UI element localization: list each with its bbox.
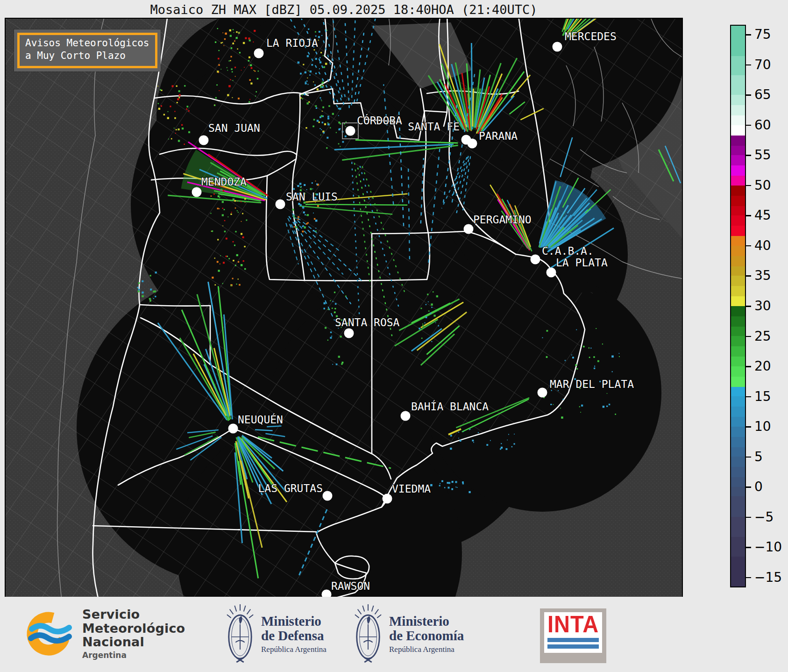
radar-echo-cell: [424, 322, 425, 323]
radar-echo-cell: [332, 364, 333, 365]
smn-radar-mosaic-figure: Mosaico ZH MAX [dBZ] 05.09.2025 18:40HOA…: [0, 0, 788, 672]
radar-echo-cell: [330, 331, 332, 333]
radar-echo-cell: [220, 189, 222, 191]
radar-echo-cell: [338, 115, 339, 116]
radar-echo-cell: [315, 58, 317, 60]
radar-echo-cell: [439, 485, 440, 486]
radar-echo-cell: [232, 43, 234, 44]
radar-echo-cell: [612, 371, 613, 372]
radar-echo-cell: [325, 327, 327, 329]
radar-echo-cell: [469, 491, 470, 493]
colorbar-segment: [731, 236, 745, 246]
colorbar-tick: [746, 486, 751, 488]
radar-echo-cell: [238, 279, 239, 279]
colorbar-segment: [731, 306, 745, 316]
radar-echo-cell: [210, 213, 211, 214]
radar-echo-cell: [561, 416, 563, 419]
radar-echo-cell: [229, 60, 230, 61]
radar-echo-cell: [307, 84, 308, 85]
alert-line-1: Avisos Meteorológicos: [25, 37, 149, 50]
radar-echo-cell: [293, 215, 295, 217]
radar-echo-cell: [345, 126, 346, 127]
defensa-line2: de Defensa: [261, 629, 327, 643]
radar-echo-cell: [331, 336, 332, 336]
radar-echo-cell: [236, 37, 238, 39]
radar-echo-cell: [234, 32, 234, 33]
radar-echo-cell: [333, 301, 334, 302]
colorbar-segment: [731, 165, 745, 176]
radar-echo-cell: [342, 141, 344, 143]
radar-echo-cell: [431, 303, 433, 306]
city-label: MENDOZA: [201, 176, 247, 188]
radar-echo-streak: [471, 43, 472, 129]
radar-echo-cell: [179, 94, 181, 96]
radar-echo-cell: [155, 272, 157, 273]
radar-echo-cell: [426, 304, 426, 305]
colorbar-segment: [731, 346, 745, 357]
footer-logos: Servicio Meteorológico Nacional Argentin…: [0, 597, 788, 672]
radar-echo-cell: [224, 45, 225, 46]
colorbar-tick-label: 0: [754, 480, 763, 493]
smn-name-line1: Servicio: [82, 608, 185, 622]
colorbar-tick-label: −5: [754, 511, 774, 524]
radar-echo-cell: [310, 188, 312, 190]
radar-echo-cell: [324, 123, 326, 125]
radar-echo-cell: [236, 284, 237, 285]
radar-echo-cell: [230, 214, 232, 215]
radar-echo-cell: [222, 208, 223, 209]
radar-echo-cell: [572, 357, 574, 358]
radar-echo-cell: [422, 323, 423, 324]
radar-echo-cell: [426, 316, 427, 318]
radar-echo-cell: [249, 99, 250, 100]
radar-echo-cell: [315, 220, 318, 222]
radar-echo-cell: [142, 295, 144, 298]
radar-echo-cell: [238, 32, 240, 34]
radar-echo-cell: [248, 57, 250, 58]
colorbar-segment: [731, 336, 745, 346]
radar-echo-cell: [188, 110, 190, 112]
colorbar-segment: [731, 246, 745, 256]
colorbar-segment: [731, 105, 745, 115]
ministerio-economia-logo: Ministerio de Economía República Argenti…: [354, 602, 464, 666]
colorbar-segment: [731, 155, 745, 165]
radar-echo-cell: [232, 97, 233, 98]
colorbar-tick: [746, 547, 751, 548]
radar-echo-cell: [319, 31, 320, 33]
alert-box[interactable]: Avisos Meteorológicos a Muy Corto Plazo: [14, 29, 161, 71]
radar-echo-cell: [218, 72, 219, 73]
colorbar-tick: [746, 396, 751, 398]
radar-echo-cell: [238, 98, 240, 100]
colorbar-segment: [731, 467, 745, 477]
radar-echo-cell: [472, 440, 474, 442]
radar-echo-cell: [317, 88, 319, 90]
radar-echo-cell: [220, 255, 221, 256]
radar-echo-cell: [315, 228, 316, 229]
colorbar-tick: [746, 577, 751, 579]
radar-echo-cell: [327, 309, 329, 310]
radar-echo-cell: [222, 42, 223, 43]
colorbar-segment: [731, 266, 745, 276]
radar-echo-cell: [441, 480, 443, 482]
radar-echo-cell: [178, 97, 180, 98]
map-frame: LA RIOJAMERCEDESSAN JUANCÓRDOBASANTA FEP…: [5, 18, 683, 600]
radar-echo-cell: [224, 209, 225, 210]
radar-echo-cell: [138, 291, 140, 293]
radar-echo-cell: [422, 325, 424, 327]
radar-echo-cell: [306, 80, 308, 82]
radar-echo-cell: [306, 93, 307, 94]
radar-echo-cell: [227, 70, 228, 71]
colorbar-segment: [731, 557, 745, 586]
city-dot: [464, 224, 474, 234]
radar-echo-cell: [303, 212, 305, 214]
radar-echo-cell: [314, 231, 316, 232]
smn-logo-icon: [24, 606, 77, 661]
radar-echo-cell: [231, 285, 232, 286]
radar-echo-cell: [576, 368, 578, 370]
colorbar-tick-label: 20: [754, 360, 771, 373]
radar-echo-cell: [294, 222, 296, 223]
radar-echo-cell: [307, 102, 309, 104]
colorbar-segment: [731, 487, 745, 497]
radar-echo-cell: [478, 432, 479, 433]
radar-echo-cell: [306, 189, 307, 190]
city-dot: [538, 388, 547, 398]
